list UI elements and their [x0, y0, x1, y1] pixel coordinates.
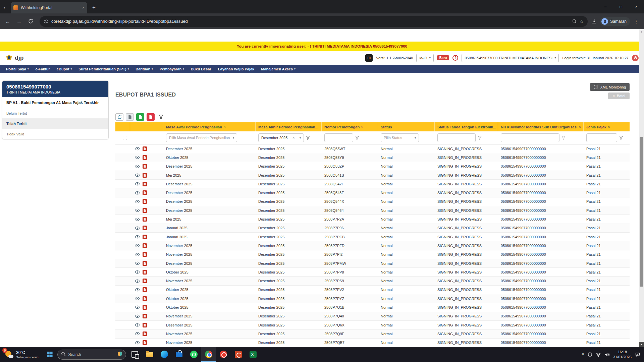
- pdf-icon[interactable]: [143, 208, 147, 213]
- menu-dots-icon[interactable]: ⋮: [633, 19, 639, 24]
- taskbar-clock[interactable]: 16:18 31/01/2026: [613, 350, 632, 360]
- bookmark-star-icon[interactable]: ☆: [580, 19, 584, 24]
- view-eye-icon[interactable]: [135, 270, 140, 274]
- search-highlights-icon[interactable]: [117, 351, 122, 358]
- site-info-icon[interactable]: [44, 19, 48, 23]
- pdf-icon[interactable]: [143, 340, 147, 345]
- action-center-icon[interactable]: [635, 352, 640, 357]
- help-icon[interactable]: ?: [452, 55, 458, 61]
- pdf-icon[interactable]: [143, 155, 147, 160]
- column-header-masa-akhir[interactable]: Masa Akhir Periode Penghasilan...: [256, 122, 322, 131]
- refresh-button[interactable]: [115, 113, 123, 121]
- pdf-icon[interactable]: [143, 314, 147, 318]
- export-excel-button[interactable]: [136, 113, 144, 121]
- pdf-icon[interactable]: [143, 331, 147, 336]
- djp-logo[interactable]: djp: [5, 54, 24, 62]
- sort-icon[interactable]: ↑↓: [361, 125, 363, 128]
- tray-chevron-icon[interactable]: ^: [582, 352, 584, 357]
- view-eye-icon[interactable]: [135, 305, 140, 309]
- export-pdf-button[interactable]: [147, 113, 155, 121]
- pdf-icon[interactable]: [143, 279, 147, 283]
- masa-akhir-filter-select[interactable]: Desember 2025×▾: [258, 133, 304, 142]
- nav-item[interactable]: Pembayaran▾: [156, 67, 187, 71]
- back-icon[interactable]: ←: [3, 16, 13, 26]
- file-explorer-icon[interactable]: [142, 347, 157, 362]
- pdf-icon[interactable]: [143, 323, 147, 327]
- tab-search-icon[interactable]: ▾: [0, 2, 9, 13]
- column-header-nitku[interactable]: NITKU/Nomor Identitas Sub Unit Organisas…: [498, 122, 584, 131]
- weather-widget[interactable]: 6 30°C Sebagian cerah: [0, 347, 43, 362]
- view-eye-icon[interactable]: [135, 323, 140, 327]
- status-filter-select[interactable]: Pilih Status▾: [381, 133, 419, 142]
- funnel-icon[interactable]: [478, 136, 482, 140]
- view-eye-icon[interactable]: [135, 173, 140, 177]
- scrollbar-up-icon[interactable]: ▲: [639, 29, 644, 34]
- pdf-icon[interactable]: [143, 182, 147, 186]
- page-scrollbar[interactable]: ▲ ▼: [639, 29, 644, 347]
- pdf-icon[interactable]: [143, 252, 147, 257]
- pdf-icon[interactable]: [143, 164, 147, 169]
- zoom-icon[interactable]: [572, 19, 577, 23]
- logout-icon[interactable]: [632, 55, 639, 61]
- view-eye-icon[interactable]: [135, 244, 140, 247]
- column-header-nomor[interactable]: Nomor Pemotongan↑↓: [322, 122, 378, 131]
- sidebar-item[interactable]: Telah Terbit: [2, 119, 108, 129]
- view-eye-icon[interactable]: [135, 182, 140, 186]
- view-eye-icon[interactable]: [135, 253, 140, 256]
- pdf-icon[interactable]: [143, 190, 147, 195]
- pdf-icon[interactable]: [143, 243, 147, 248]
- view-eye-icon[interactable]: [135, 208, 140, 212]
- view-eye-icon[interactable]: [135, 165, 140, 168]
- pdf-icon[interactable]: [143, 217, 147, 222]
- view-eye-icon[interactable]: [135, 341, 140, 345]
- pdf-icon[interactable]: [143, 287, 147, 292]
- xml-monitoring-button[interactable]: i XML Monitoring: [590, 83, 630, 91]
- nav-item[interactable]: Layanan Wajib Pajak▾: [215, 67, 258, 71]
- pdf-icon[interactable]: [143, 235, 147, 239]
- view-eye-icon[interactable]: [135, 226, 140, 230]
- accessibility-icon[interactable]: ⊞: [365, 54, 373, 62]
- funnel-icon[interactable]: [619, 136, 623, 140]
- window-maximize-button[interactable]: □: [613, 0, 629, 13]
- scrollbar-down-icon[interactable]: ▼: [639, 342, 644, 347]
- view-eye-icon[interactable]: [135, 297, 140, 300]
- sort-icon[interactable]: ↑↓: [579, 125, 581, 128]
- wifi-icon[interactable]: [596, 353, 601, 357]
- task-view-icon[interactable]: [127, 347, 142, 362]
- defender-shield-icon[interactable]: [588, 352, 592, 357]
- filter-button[interactable]: [157, 113, 165, 121]
- view-eye-icon[interactable]: [135, 332, 140, 336]
- sort-icon[interactable]: ↑↓: [223, 125, 225, 128]
- column-header-jenis[interactable]: Jenis Pajak↑↓: [584, 122, 630, 131]
- column-header-ttd[interactable]: Status Tanda Tangan Elektronik...: [435, 122, 498, 131]
- column-header-status[interactable]: Status: [378, 122, 435, 131]
- view-eye-icon[interactable]: [135, 147, 140, 150]
- clear-filter-icon[interactable]: ×: [292, 136, 294, 140]
- pdf-icon[interactable]: [143, 146, 147, 151]
- view-eye-icon[interactable]: [135, 191, 140, 195]
- new-tab-button[interactable]: +: [89, 3, 99, 12]
- reload-icon[interactable]: [25, 16, 36, 26]
- funnel-icon[interactable]: [355, 136, 359, 140]
- column-header-masa-awal[interactable]: Masa Awal Periode Penghasilan↑↓: [163, 122, 256, 131]
- pdf-icon[interactable]: [143, 270, 147, 275]
- language-select[interactable]: id-ID▾: [416, 54, 433, 62]
- nav-item[interactable]: Bantuan▾: [132, 67, 156, 71]
- browser-tab[interactable]: WithholdingPortal ×: [11, 2, 87, 13]
- view-eye-icon[interactable]: [135, 156, 140, 159]
- url-bar[interactable]: coretaxdjp.pajak.go.id/withholding-slips…: [40, 16, 588, 27]
- nav-item[interactable]: e-Faktur▾: [32, 67, 53, 71]
- sidebar-item[interactable]: Tidak Valid: [2, 129, 108, 139]
- window-minimize-button[interactable]: –: [598, 0, 613, 13]
- orange-app-icon[interactable]: [231, 347, 246, 362]
- nomor-filter-input[interactable]: [324, 133, 353, 142]
- select-all-checkbox[interactable]: [123, 136, 127, 140]
- pdf-icon[interactable]: [143, 226, 147, 230]
- volume-icon[interactable]: [605, 353, 609, 357]
- view-eye-icon[interactable]: [135, 261, 140, 265]
- masa-awal-filter-select[interactable]: Pilih Masa Awal Periode Penghasilan▾: [166, 133, 237, 142]
- pdf-icon[interactable]: [143, 261, 147, 266]
- whatsapp-icon[interactable]: [186, 347, 201, 362]
- pdf-icon[interactable]: [143, 199, 147, 204]
- profile-chip[interactable]: S Samaran: [600, 17, 630, 26]
